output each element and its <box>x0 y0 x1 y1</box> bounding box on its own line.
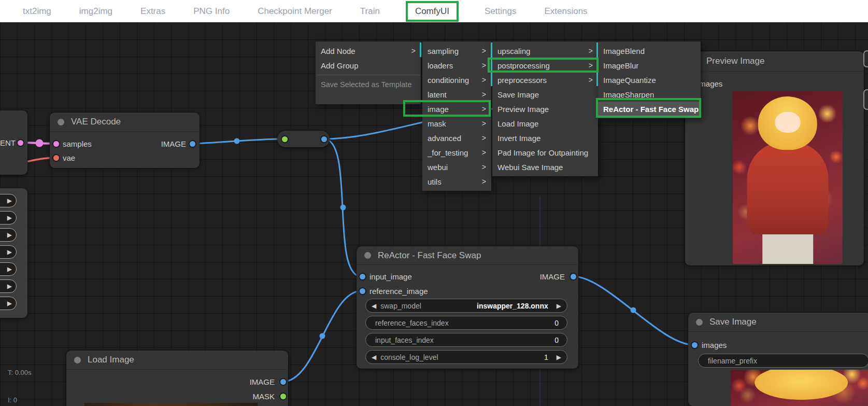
tab-extensions[interactable]: Extensions <box>542 1 589 22</box>
menu-item-latent[interactable]: latent> <box>422 87 491 102</box>
wire-dot-blue-4[interactable] <box>631 307 636 313</box>
menu-item-invert-image[interactable]: Invert Image <box>492 131 598 145</box>
tab-png-info[interactable]: PNG Info <box>191 1 232 22</box>
wire-dot-blue-2[interactable] <box>340 205 346 211</box>
menu-item-for-testing[interactable]: _for_testing> <box>422 145 491 160</box>
port-save-images-label: images <box>702 341 727 349</box>
port-reactor-image-out[interactable] <box>571 274 576 279</box>
port-load-mask-out[interactable] <box>280 394 286 399</box>
menu-item-mask[interactable]: mask> <box>422 116 491 131</box>
port-preview-images-label: images <box>698 79 722 88</box>
combo-pill-3[interactable]: ▶ <box>0 228 17 242</box>
combo-pill-4[interactable]: ▶ <box>0 245 17 259</box>
scrollbar-thumb-2[interactable] <box>863 89 868 110</box>
node-vae-decode[interactable]: VAE Decode samples vae IMAGE <box>50 113 200 168</box>
menu-item-webui[interactable]: webui> <box>422 160 491 174</box>
load-image-titlebar[interactable]: Load Image <box>66 351 288 370</box>
annotation-box-image <box>403 100 491 117</box>
menu-item-add-node[interactable]: Add Node > <box>316 44 421 58</box>
menu-item-upscaling[interactable]: upscaling> <box>492 44 598 58</box>
widget-console-log-level[interactable]: ◀ console_log_level 1 ▶ <box>365 350 567 364</box>
vae-decode-titlebar[interactable]: VAE Decode <box>50 113 200 132</box>
arrow-left-icon[interactable]: ◀ <box>372 302 376 310</box>
play-icon[interactable]: ▶ <box>7 231 12 239</box>
tab-txt2img[interactable]: txt2img <box>21 1 53 22</box>
preview-image-titlebar[interactable]: Preview Image <box>685 51 864 72</box>
node-status-dot <box>74 357 81 363</box>
port-samples[interactable] <box>53 141 59 147</box>
menu-item-label: Save Image <box>497 90 539 99</box>
menu-item-preprocessors[interactable]: preprocessors> <box>492 73 598 87</box>
node-latent-partial[interactable]: ENT <box>0 110 27 175</box>
annotation-box-postprocessing <box>488 58 599 73</box>
submenu-arrow-icon: > <box>478 47 486 55</box>
arrow-left-icon[interactable]: ◀ <box>372 354 376 361</box>
port-input-image[interactable] <box>360 274 365 279</box>
combo-pill-6[interactable]: ▶ <box>0 279 17 293</box>
menu-item-save-image[interactable]: Save Image <box>492 87 598 102</box>
node-reactor[interactable]: ReActor - Fast Face Swap input_image ref… <box>357 246 578 369</box>
widget-filename-prefix[interactable]: filename_prefix <box>698 354 868 368</box>
play-icon[interactable]: ▶ <box>7 214 12 221</box>
scrollbar-thumb-1[interactable] <box>863 50 868 67</box>
menu-item-sampling[interactable]: sampling> <box>422 44 491 58</box>
latent-output-port[interactable] <box>18 140 23 146</box>
node-save-image[interactable]: Save Image images filename_prefix <box>688 313 868 406</box>
wire-dot-blue-3[interactable] <box>320 333 325 339</box>
arrow-right-icon[interactable]: ▶ <box>557 302 561 310</box>
combo-pill-1[interactable]: ▶ <box>0 194 17 207</box>
node-preview-image[interactable]: Preview Image images <box>685 51 864 265</box>
port-load-image-out[interactable] <box>280 379 286 385</box>
play-icon[interactable]: ▶ <box>7 300 12 307</box>
menu-item-conditioning[interactable]: conditioning> <box>422 73 491 87</box>
combo-pill-7[interactable]: ▶ <box>0 297 17 310</box>
port-vae-label: vae <box>63 153 75 162</box>
tab-checkpoint-merger[interactable]: Checkpoint Merger <box>255 1 334 22</box>
widget-reference-faces-index[interactable]: reference_faces_index 0 <box>365 316 567 330</box>
menu-item-webui-save-image[interactable]: Webui Save Image <box>492 160 598 174</box>
port-vae[interactable] <box>53 155 59 161</box>
widget-input-faces-index[interactable]: input_faces_index 0 <box>365 333 567 347</box>
play-icon[interactable]: ▶ <box>7 283 12 290</box>
loaded-image-thumbnail <box>84 403 258 406</box>
reactor-titlebar[interactable]: ReActor - Fast Face Swap <box>357 246 578 265</box>
arrow-right-icon[interactable]: ▶ <box>557 354 561 361</box>
tab-train[interactable]: Train <box>358 1 382 22</box>
menu-item-utils[interactable]: utils> <box>422 174 491 189</box>
play-icon[interactable]: ▶ <box>7 248 12 256</box>
play-icon[interactable]: ▶ <box>7 265 12 273</box>
widget-swap-model[interactable]: ◀ swap_model inswapper_128.onnx ▶ <box>365 299 567 313</box>
menu-item-advanced[interactable]: advanced> <box>422 131 491 145</box>
reroute-input-port[interactable] <box>282 136 288 142</box>
tab-extras[interactable]: Extras <box>138 1 167 22</box>
menu-item-label: webui <box>428 163 448 172</box>
menu-item-label: loaders <box>428 61 453 70</box>
menu-item-add-group[interactable]: Add Group <box>316 58 421 73</box>
port-reference-image[interactable] <box>360 288 365 294</box>
node-load-image[interactable]: Load Image IMAGE MASK <box>66 351 288 406</box>
menu-item-loaders[interactable]: loaders> <box>422 58 491 73</box>
tab-img2img[interactable]: img2img <box>77 1 115 22</box>
save-image-titlebar[interactable]: Save Image <box>688 313 868 332</box>
menu-item-label: Save Selected as Template <box>321 80 411 89</box>
menu-item-pad-image-for-outpainting[interactable]: Pad Image for Outpainting <box>492 145 598 160</box>
combo-pill-5[interactable]: ▶ <box>0 262 17 276</box>
wire-dot-pink[interactable] <box>36 139 44 147</box>
tab-settings[interactable]: Settings <box>482 1 518 22</box>
menu-item-load-image[interactable]: Load Image <box>492 116 598 131</box>
menu-item-save-selected-as-template[interactable]: Save Selected as Template <box>316 77 421 92</box>
menu-item-label: latent <box>428 90 447 99</box>
menu-item-imageblur[interactable]: ImageBlur <box>598 58 701 73</box>
wire-dot-blue-1[interactable] <box>234 138 240 144</box>
reroute-output-port[interactable] <box>321 136 327 142</box>
port-save-images[interactable] <box>692 342 698 348</box>
menu-item-imagequantize[interactable]: ImageQuantize <box>598 73 701 87</box>
node-reroute[interactable] <box>277 131 330 147</box>
play-icon[interactable]: ▶ <box>7 197 12 204</box>
tab-comfyui[interactable]: ComfyUI <box>406 1 459 22</box>
combo-pill-2[interactable]: ▶ <box>0 211 17 225</box>
menu-item-imageblend[interactable]: ImageBlend <box>598 44 701 58</box>
port-image-out[interactable] <box>190 141 195 147</box>
widget-label: swap_model <box>380 302 421 310</box>
menu-item-preview-image[interactable]: Preview Image <box>492 102 598 116</box>
